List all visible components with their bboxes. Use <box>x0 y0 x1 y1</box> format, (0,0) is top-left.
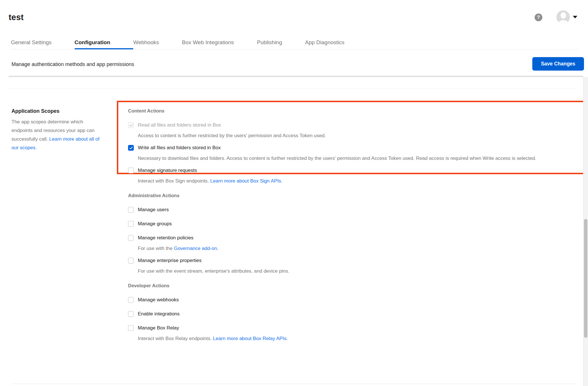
scope-item: Manage signature requestsInteract with B… <box>128 168 577 185</box>
checkbox-manage-signature-requests[interactable] <box>128 168 134 173</box>
question-mark-icon: ? <box>537 15 540 20</box>
scope-description-text: Access to content is further restricted … <box>138 133 326 138</box>
scope-description: Access to content is further restricted … <box>138 131 574 140</box>
scope-description: Interact with Box Relay endpoints. Learn… <box>138 334 574 343</box>
avatar-head-shape <box>560 12 566 19</box>
link-governance-add-on[interactable]: Governance add-on <box>174 246 217 251</box>
scope-item: Manage retention policiesFor use with th… <box>128 235 577 253</box>
scope-label: Enable integrations <box>138 311 180 317</box>
scope-label: Manage retention policies <box>138 235 194 241</box>
scope-label: Manage Box Relay <box>138 325 179 331</box>
checkbox-manage-users[interactable] <box>128 207 134 213</box>
save-changes-button[interactable]: Save Changes <box>532 57 584 71</box>
scope-description-text: . <box>217 246 218 251</box>
checkbox-manage-box-relay[interactable] <box>128 325 134 331</box>
scope-label: Manage enterprise properties <box>138 258 202 263</box>
subheader-text: Manage authentication methods and app pe… <box>11 61 134 67</box>
scope-description: Interact with Box Sign endpoints. Learn … <box>138 177 574 185</box>
scope-item: Read all files and folders stored in Box… <box>128 122 577 140</box>
tab-app-diagnostics[interactable]: App Diagnostics <box>305 39 344 49</box>
tab-configuration[interactable]: Configuration <box>75 39 134 49</box>
checkbox-manage-enterprise-properties[interactable] <box>128 258 134 263</box>
scope-label: Manage groups <box>138 221 172 227</box>
avatar-body-shape <box>558 20 568 24</box>
divider <box>11 384 577 384</box>
link-learn-more-about-box-relay-apis[interactable]: Learn more about Box Relay APIs. <box>213 336 288 341</box>
tab-webhooks[interactable]: Webhooks <box>133 39 182 49</box>
scope-label: Manage webhooks <box>138 297 179 303</box>
chevron-down-icon <box>573 16 577 18</box>
divider <box>9 88 577 89</box>
section-title-content-actions: Content Actions <box>128 108 577 114</box>
scope-label: Read all files and folders stored in Box <box>138 122 221 128</box>
scope-label: Manage users <box>138 207 169 213</box>
section-title-developer-actions: Developer Actions <box>128 283 577 288</box>
account-menu-button[interactable] <box>556 10 577 24</box>
avatar <box>556 10 570 24</box>
checkbox-manage-retention-policies[interactable] <box>128 235 134 241</box>
scope-item: Write all files and folders stored in Bo… <box>128 145 577 163</box>
link-learn-more-about-box-sign-apis[interactable]: Learn more about Box Sign APIs. <box>210 178 282 184</box>
scope-label: Manage signature requests <box>138 168 197 173</box>
scope-item: Manage webhooks <box>128 297 577 303</box>
checkbox-manage-webhooks[interactable] <box>128 297 134 303</box>
scope-item: Manage groups <box>128 221 577 227</box>
scope-description-text: For use with the <box>138 246 174 251</box>
scope-description-text: Interact with Box Sign endpoints. <box>138 178 210 184</box>
scrollbar-track[interactable] <box>583 77 588 386</box>
tab-general-settings[interactable]: General Settings <box>11 39 75 49</box>
application-scopes-heading: Application Scopes <box>11 108 104 114</box>
checkbox-write-all-files-and-folders-stored-in-box[interactable] <box>128 145 134 151</box>
help-button[interactable]: ? <box>535 13 542 21</box>
scope-description: For use with the event stream, enterpris… <box>138 267 574 276</box>
scope-description-text: Necessary to download files and folders.… <box>138 156 536 161</box>
divider <box>9 76 583 77</box>
tab-publishing[interactable]: Publishing <box>257 39 305 49</box>
scrollbar-thumb[interactable] <box>584 219 587 338</box>
scope-item: Manage users <box>128 207 577 213</box>
page-title: test <box>9 13 24 22</box>
tab-bar: General SettingsConfigurationWebhooksBox… <box>11 39 578 49</box>
scopes-panel: Content ActionsRead all files and folder… <box>128 108 577 343</box>
box-dev-console-config-page: test ? General SettingsConfigurationWebh… <box>0 0 588 386</box>
application-scopes-sidebar: Application Scopes The app scopes determ… <box>11 108 104 152</box>
scope-description: For use with the Governance add-on. <box>138 244 574 253</box>
scope-item: Manage enterprise propertiesFor use with… <box>128 258 577 276</box>
scope-description-text: Interact with Box Relay endpoints. <box>138 336 213 341</box>
scope-item: Enable integrations <box>128 311 577 317</box>
section-title-administrative-actions: Administrative Actions <box>128 193 577 198</box>
tab-box-web-integrations[interactable]: Box Web Integrations <box>182 39 257 49</box>
checkbox-manage-groups[interactable] <box>128 221 134 227</box>
scope-description-text: For use with the event stream, enterpris… <box>138 268 289 274</box>
scope-label: Write all files and folders stored in Bo… <box>138 145 221 151</box>
checkbox-read-all-files-and-folders-stored-in-box <box>128 122 134 128</box>
scope-item: Manage Box RelayInteract with Box Relay … <box>128 325 577 343</box>
application-scopes-description: The app scopes determine which endpoints… <box>11 118 104 152</box>
scope-description: Necessary to download files and folders.… <box>138 154 574 163</box>
checkbox-enable-integrations[interactable] <box>128 311 134 317</box>
